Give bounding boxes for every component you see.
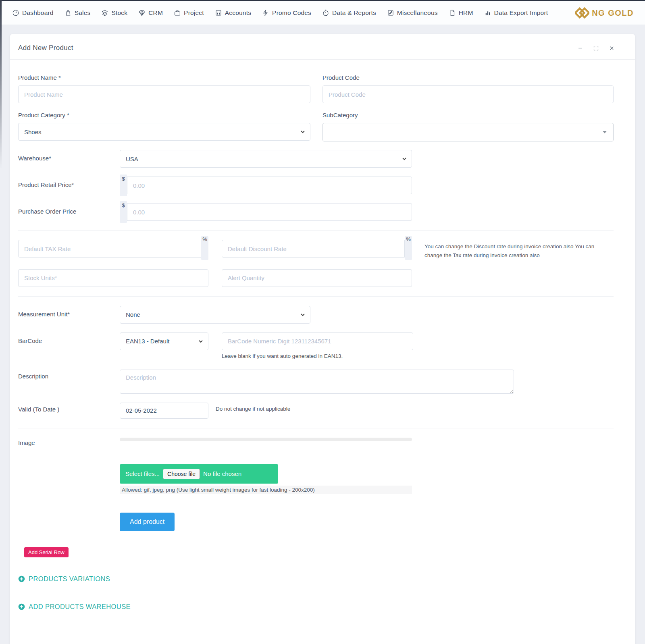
product-name-label: Product Name * (18, 74, 310, 81)
subcategory-select[interactable] (322, 123, 614, 141)
add-new-product-modal: Add New Product Product Name * Product C… (10, 34, 635, 644)
ng-gold-logo-icon (575, 6, 589, 20)
divider (18, 296, 614, 297)
nav-item-label: CRM (148, 9, 163, 17)
measurement-unit-label: Measurement Unit* (18, 306, 120, 318)
add-products-warehouse-toggle[interactable]: ADD PRODUCTS WAREHOUSE (18, 603, 614, 611)
speedometer-icon (12, 9, 19, 17)
nav-item-dashboard[interactable]: Dashboard (12, 9, 54, 17)
caret-down-icon (603, 131, 607, 133)
image-allowed-note: Allowed: gif, jpeg, png (Use light small… (120, 486, 412, 494)
image-label: Image (18, 438, 120, 446)
choose-file-button[interactable]: Choose file (163, 469, 200, 479)
description-label: Description (18, 370, 120, 380)
barcode-label: BarCode (18, 332, 120, 344)
page-title: Add New Product (18, 44, 73, 52)
add-product-button[interactable]: Add product (120, 513, 175, 531)
file-upload-button[interactable]: Select files... Choose file No file chos… (120, 464, 278, 484)
percent-suffix: % (201, 236, 208, 260)
subcategory-label: SubCategory (322, 112, 614, 118)
barcode-number-input[interactable] (222, 332, 413, 350)
divider (18, 230, 614, 231)
rates-help-text: You can change the Discount rate during … (412, 240, 614, 260)
nav-item-label: Accounts (225, 9, 251, 17)
lightning-icon (262, 9, 269, 17)
default-tax-rate-input[interactable] (18, 240, 201, 258)
bar-chart-icon (484, 9, 491, 17)
retail-price-input[interactable] (127, 177, 412, 194)
barcode-format-select[interactable]: EAN13 - Default (120, 332, 208, 350)
nav-item-label: Stock (111, 9, 127, 17)
close-button[interactable] (609, 45, 615, 51)
nav-item-label: Dashboard (22, 9, 54, 17)
retail-price-label: Product Retail Price* (18, 177, 120, 188)
nav-item-label: HRM (459, 9, 473, 17)
purchase-price-label: Purchase Order Price (18, 203, 120, 215)
percent-suffix: % (405, 236, 412, 260)
nav-item-label: Project (184, 9, 204, 17)
default-discount-rate-input[interactable] (222, 240, 405, 258)
gem-icon (138, 9, 146, 17)
image-upload-field: Select files... Choose file No file chos… (120, 438, 412, 494)
select-files-label: Select files... (125, 470, 160, 477)
currency-prefix: $ (120, 201, 127, 223)
currency-prefix: $ (120, 175, 127, 196)
upload-progress-bar (120, 438, 412, 441)
fullscreen-button[interactable] (593, 45, 599, 51)
nav-item-sales[interactable]: Sales (64, 9, 91, 17)
nav-item-label: Data & Reports (332, 9, 376, 17)
window-controls (577, 45, 615, 51)
valid-to-date-input[interactable] (120, 403, 208, 419)
description-textarea[interactable] (120, 370, 514, 394)
shopping-bag-icon (64, 9, 72, 17)
nav-item-hrm[interactable]: HRM (449, 9, 473, 17)
warehouse-label: Warehouse* (18, 150, 120, 162)
warehouse-select[interactable]: USA (120, 150, 412, 168)
nav-item-crm[interactable]: CRM (138, 9, 163, 17)
stopwatch-icon (322, 9, 329, 17)
product-category-label: Product Category * (18, 112, 310, 118)
minimize-button[interactable] (577, 45, 583, 51)
alert-quantity-input[interactable] (222, 269, 412, 287)
nav-item-miscellaneous[interactable]: Miscellaneous (387, 9, 438, 17)
document-icon (449, 9, 456, 17)
briefcase-icon (174, 9, 181, 17)
products-variations-label: PRODUCTS VARIATIONS (29, 575, 110, 583)
product-code-label: Product Code (322, 74, 614, 81)
top-navbar: Dashboard Sales Stock CRM Project Accoun… (0, 0, 645, 25)
products-variations-toggle[interactable]: PRODUCTS VARIATIONS (18, 575, 614, 583)
nav-item-promo-codes[interactable]: Promo Codes (262, 9, 311, 17)
plus-circle-icon (18, 575, 25, 582)
valid-to-date-note: Do not change if not applicable (216, 403, 290, 412)
nav-item-label: Data Export Import (494, 9, 548, 17)
valid-to-date-label: Valid (To Date ) (18, 403, 120, 413)
add-products-warehouse-label: ADD PRODUCTS WAREHOUSE (29, 603, 131, 611)
add-serial-row-button[interactable]: Add Serial Row (24, 547, 69, 557)
purchase-price-input[interactable] (127, 203, 412, 221)
nav-item-accounts[interactable]: Accounts (215, 9, 251, 17)
measurement-unit-select[interactable]: None (120, 306, 310, 324)
minimize-icon (577, 45, 583, 51)
nav-item-project[interactable]: Project (174, 9, 204, 17)
nav-item-data-export-import[interactable]: Data Export Import (484, 9, 548, 17)
nav-item-label: Sales (75, 9, 91, 17)
product-name-input[interactable] (18, 85, 310, 103)
product-code-input[interactable] (322, 85, 614, 103)
fullscreen-icon (593, 45, 599, 51)
divider (18, 428, 614, 428)
product-category-select[interactable]: Shoes (18, 123, 310, 141)
brand-name: NG GOLD (592, 8, 634, 18)
nav-item-stock[interactable]: Stock (101, 9, 127, 17)
nav-item-data-reports[interactable]: Data & Reports (322, 9, 376, 17)
stock-units-input[interactable] (18, 269, 208, 287)
modal-header: Add New Product (10, 34, 635, 60)
layers-icon (101, 9, 108, 17)
nav-item-label: Promo Codes (272, 9, 311, 17)
file-status-text: No file chosen (203, 470, 241, 477)
brand-logo: NG GOLD (575, 6, 634, 20)
plus-circle-icon (18, 603, 25, 610)
grid-dots-icon (215, 9, 222, 17)
edit-square-icon (387, 9, 394, 17)
barcode-note: Leave blank if you want auto generated i… (222, 353, 614, 359)
add-product-form: Product Name * Product Code Product Cate… (10, 60, 635, 644)
